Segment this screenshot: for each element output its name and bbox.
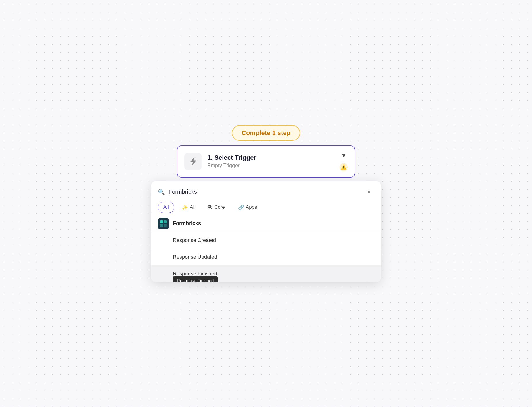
filter-tabs: All ✨ AI 🛠 Core 🔗 Apps (158, 202, 374, 213)
svg-rect-0 (160, 220, 163, 223)
search-modal: 🔍 × All ✨ AI 🛠 Core 🔗 Apps (151, 181, 381, 282)
search-icon: 🔍 (158, 189, 165, 195)
result-item-label: Response Finished (173, 271, 217, 277)
result-group-header: Formbricks (151, 213, 381, 232)
sparkle-icon: ✨ (182, 204, 188, 210)
trigger-icon-wrap (184, 153, 202, 170)
trigger-info: 1. Select Trigger Empty Trigger (207, 154, 334, 169)
list-item[interactable]: Response Finished Response Finished (151, 266, 381, 282)
trigger-title: 1. Select Trigger (207, 154, 334, 161)
list-item[interactable]: Response Created (151, 232, 381, 249)
main-container: Complete 1 step 1. Select Trigger Empty … (151, 125, 381, 282)
warning-icon: ⚠️ (340, 163, 348, 171)
result-item-label: Response Created (173, 237, 216, 243)
search-header: 🔍 × All ✨ AI 🛠 Core 🔗 Apps (151, 181, 381, 213)
result-item-label: Response Updated (173, 254, 217, 260)
complete-badge: Complete 1 step (232, 125, 300, 141)
tab-ai[interactable]: ✨ AI (177, 202, 200, 213)
tab-apps[interactable]: 🔗 Apps (233, 202, 263, 213)
formbricks-logo-inner (160, 220, 167, 227)
tooltip: Response Finished (173, 276, 218, 282)
bolt-icon (188, 157, 198, 166)
trigger-subtitle: Empty Trigger (207, 163, 334, 169)
tab-all[interactable]: All (158, 202, 174, 213)
chevron-down-icon: ▾ (342, 152, 345, 159)
group-label: Formbricks (173, 220, 201, 227)
search-bar: 🔍 × (158, 187, 374, 197)
tab-ai-label: AI (190, 204, 194, 210)
tab-core-label: Core (214, 204, 225, 210)
formbricks-logo (158, 218, 169, 229)
svg-rect-3 (164, 224, 167, 227)
tab-all-label: All (163, 204, 169, 210)
tab-core[interactable]: 🛠 Core (202, 202, 230, 213)
trigger-actions: ▾ ⚠️ (340, 152, 348, 171)
close-button[interactable]: × (364, 187, 374, 197)
list-item[interactable]: Response Updated (151, 249, 381, 265)
link-icon: 🔗 (238, 204, 244, 210)
svg-rect-2 (160, 224, 163, 227)
svg-rect-1 (164, 220, 167, 223)
wrench-icon: 🛠 (208, 204, 213, 210)
results-list: Formbricks Response Created Response Upd… (151, 213, 381, 282)
trigger-card[interactable]: 1. Select Trigger Empty Trigger ▾ ⚠️ (177, 145, 355, 178)
tab-apps-label: Apps (246, 204, 257, 210)
search-input[interactable] (169, 189, 360, 195)
